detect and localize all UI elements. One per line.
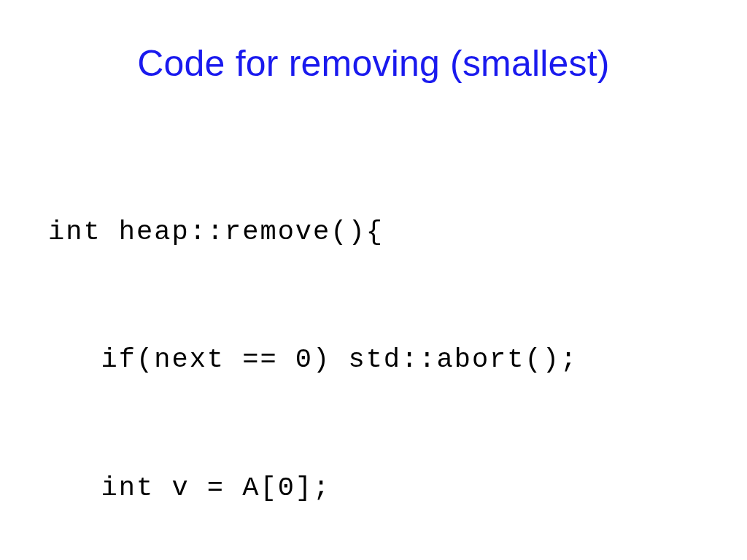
code-line: int v = A[0]; [48, 467, 578, 509]
slide: Code for removing (smallest) int heap::r… [0, 0, 747, 560]
code-line: int heap::remove(){ [48, 211, 578, 253]
slide-title: Code for removing (smallest) [0, 42, 747, 85]
code-block: int heap::remove(){ if(next == 0) std::a… [48, 125, 578, 560]
code-line: if(next == 0) std::abort(); [48, 338, 578, 381]
